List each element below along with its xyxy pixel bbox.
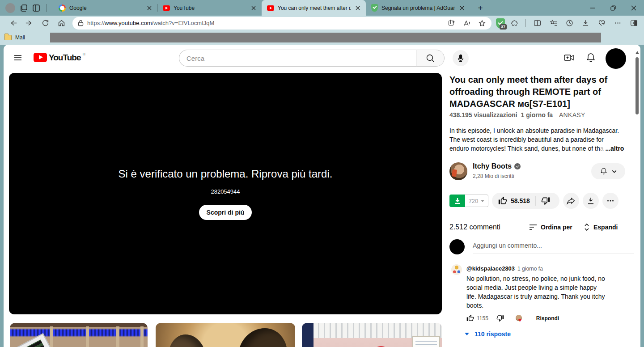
channel-name[interactable]: Itchy Boots [473,162,521,170]
youtube-play-icon [34,53,47,62]
show-more-link[interactable]: ...altro [605,145,624,152]
video-description: In this episode, I unlock an absolute pa… [449,126,624,153]
hashtag-link[interactable]: ANKASY [559,111,585,118]
like-button[interactable]: 58.518 [492,196,535,205]
tab-actions-icon[interactable] [20,4,28,12]
favorites-folder-mail[interactable]: Mail [15,34,25,41]
like-dislike-pill: 58.518 [492,193,559,209]
youtube-favicon [267,5,274,11]
settings-more-icon[interactable] [611,17,624,29]
copilot-sidebar-icon[interactable] [627,17,640,29]
comment-dislike-button[interactable] [496,314,504,322]
extensions-icon[interactable] [508,17,521,29]
like-count: 58.518 [511,197,530,204]
learn-more-button[interactable]: Scopri di più [199,205,252,220]
browser-profile-avatar[interactable] [5,3,15,13]
browser-toolbar: https://www.youtube.com/watch?v=EfVLocmI… [0,16,644,30]
search-button[interactable] [416,50,445,67]
reload-button[interactable] [38,17,52,29]
video-player[interactable]: Si è verificato un problema. Riprova più… [9,73,442,314]
split-screen-new-icon[interactable] [446,18,458,28]
dislike-button[interactable] [536,196,557,205]
yt-download-button[interactable] [583,193,599,209]
downloads-icon[interactable] [579,17,592,29]
history-icon[interactable] [563,17,576,29]
expand-comments-button[interactable]: Espandi [584,223,618,231]
notifications-bell-icon[interactable] [585,52,596,63]
adguard-extension-button[interactable]: 37 [496,18,505,28]
channel-avatar[interactable] [449,162,467,180]
player-error-message: Si è verificato un problema. Riprova più… [119,168,333,180]
create-video-icon[interactable] [564,52,574,63]
youtube-favicon [163,5,170,11]
account-avatar[interactable] [606,48,626,69]
related-thumbnail-3[interactable] [302,323,442,347]
browser-essentials-icon[interactable] [595,17,608,29]
split-screen-icon[interactable] [530,17,544,29]
restore-button[interactable] [603,0,623,16]
downloader-extension-button: 720 [449,195,488,207]
comment-text: No pollution, no stress, no police, no j… [466,274,605,310]
address-bar[interactable]: https://www.youtube.com/watch?v=EfVLocmI… [72,17,491,30]
scrollbar-up-arrow[interactable] [636,51,639,54]
channel-row: Itchy Boots 2,28 Mio di iscritti [449,161,634,183]
folder-icon [4,35,12,40]
comment-age[interactable]: 1 giorno fa [517,266,543,272]
home-button[interactable] [55,17,68,29]
read-aloud-icon[interactable] [461,18,473,28]
page-scrollbar[interactable] [634,45,640,347]
scrollbar-thumb[interactable] [636,57,639,114]
tab-close-icon[interactable] [458,4,466,12]
subscriber-count: 2,28 Mio di iscritti [473,173,514,179]
tab-google[interactable]: Google [53,0,157,16]
adguard-favicon [371,4,378,12]
commenter-avatar[interactable] [451,264,462,275]
tab-close-icon[interactable] [354,4,361,12]
watch-info-column: You can only meet them after days of off… [449,74,634,110]
tab-label: YouTube [174,5,246,11]
voice-search-button[interactable] [453,50,469,66]
minimize-button[interactable] [582,0,603,16]
comment-like-count: 1155 [477,315,488,322]
tab-current-video[interactable]: You can only meet them after da [262,0,366,16]
related-thumbnail-2[interactable] [156,323,295,347]
quality-select[interactable]: 720 [465,195,488,207]
collections-icon[interactable] [547,17,560,29]
add-comment-input[interactable]: Aggiungi un commento... [473,242,634,254]
comments-header: 2.512 commenti Ordina per Espandi [449,223,634,231]
comment-author[interactable]: @kidspalace28031 giorno fa [466,265,543,272]
chevron-down-icon [611,169,617,174]
search-input[interactable] [179,50,416,67]
share-button[interactable] [563,193,579,209]
upload-age: 1 giorno fa [521,111,553,118]
download-video-button[interactable] [449,195,465,207]
tab-adguard[interactable]: Segnala un problema | AdGuard [366,0,470,16]
reply-button[interactable]: Rispondi [536,315,559,322]
back-button[interactable] [6,17,20,29]
forward-button[interactable] [22,17,36,29]
subscribed-notifications-button[interactable] [591,163,625,179]
show-replies-button[interactable]: 110 risposte [465,330,511,338]
favorite-star-icon[interactable] [476,18,488,28]
expand-icon [584,223,590,231]
adguard-counter-badge: 37 [500,24,507,30]
player-error-code: 282054944 [211,188,240,195]
tab-bar: Google YouTube You can only meet them af… [0,0,644,16]
comment-like-button[interactable] [466,314,474,322]
youtube-logo[interactable]: YouTube IT [34,53,86,62]
site-permissions-lock-icon[interactable] [78,20,84,26]
sort-comments-button[interactable]: Ordina per [529,224,572,231]
menu-hamburger-icon[interactable] [13,53,22,62]
verified-badge-icon [514,163,521,169]
more-actions-button[interactable] [602,193,619,209]
youtube-page: YouTube IT Si è verificato un problema. … [4,45,640,347]
vertical-tabs-icon[interactable] [32,4,40,12]
creator-heart-icon[interactable]: ♥ [516,315,524,322]
tab-close-icon[interactable] [250,4,257,12]
tab-close-icon[interactable] [146,4,153,12]
close-window-button[interactable] [623,0,644,16]
tab-youtube[interactable]: YouTube [157,0,262,16]
new-tab-button[interactable]: + [475,2,486,14]
related-thumbnail-1[interactable] [10,323,148,347]
favorites-bar: Mail [0,30,644,45]
